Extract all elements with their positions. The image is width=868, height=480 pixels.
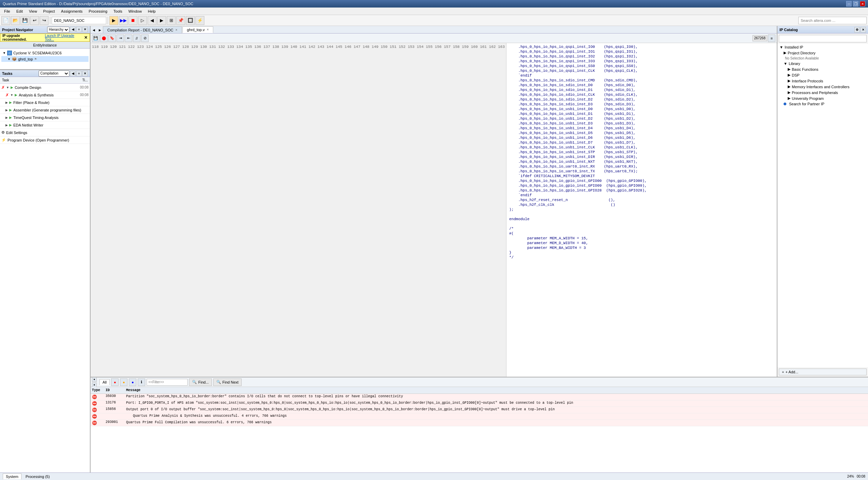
ip-section-processors[interactable]: ▶ Processors and Peripherals: [778, 90, 867, 95]
msg-row-3[interactable]: ⛔ Quartus Prime Analysis & Synthesis was…: [91, 413, 868, 420]
ip-catalog-settings[interactable]: ⚙: [854, 27, 860, 32]
ed-uncomment-btn[interactable]: ⊘: [141, 35, 149, 42]
ip-section-library[interactable]: ▼ Library: [778, 61, 867, 66]
ip-search-input[interactable]: [779, 35, 867, 42]
nav-close[interactable]: ✕: [82, 27, 88, 32]
programmer-btn[interactable]: ⚡: [195, 16, 204, 25]
menu-window[interactable]: Window: [126, 9, 145, 14]
altera-search-input[interactable]: [798, 17, 867, 24]
menu-project[interactable]: Project: [40, 9, 57, 14]
back-btn[interactable]: ◀: [148, 16, 157, 25]
nav-btn-2[interactable]: ≡: [76, 27, 82, 32]
compile-btn[interactable]: ▶▶: [119, 16, 128, 25]
ed-breakpoint-btn[interactable]: ⬤: [100, 35, 108, 42]
menu-tools[interactable]: Tools: [111, 9, 125, 14]
fwd-btn[interactable]: ▶: [157, 16, 166, 25]
redo-btn[interactable]: ↪: [40, 16, 49, 25]
tasks-close[interactable]: ✕: [82, 71, 88, 76]
open-btn[interactable]: 📂: [11, 16, 20, 25]
minimize-button[interactable]: ─: [846, 1, 852, 6]
new-btn[interactable]: 📄: [1, 16, 10, 25]
close-button[interactable]: ✕: [860, 1, 865, 6]
ip-section-installed[interactable]: ▼ Installed IP: [778, 44, 867, 50]
status-processing-tab[interactable]: Processing (5): [23, 474, 53, 479]
compilation-report-tab[interactable]: Compilation Report - DE0_NANO_SOC ×: [103, 26, 182, 33]
undo-btn[interactable]: ↩: [30, 16, 39, 25]
nav-dropdown[interactable]: Hierarchy: [47, 27, 69, 33]
save-btn[interactable]: 💾: [21, 16, 29, 25]
task-program-device[interactable]: ⚡ Program Device (Open Programmer): [0, 136, 90, 144]
msg-info-filter[interactable]: ●: [129, 378, 136, 386]
find-button[interactable]: 🔍 Find...: [189, 378, 212, 386]
msg-tab-all[interactable]: All: [99, 379, 110, 385]
menu-view[interactable]: View: [26, 9, 40, 14]
ed-save-btn[interactable]: 💾: [92, 35, 99, 42]
status-tabs: System Processing (5): [3, 474, 53, 479]
task-compile-design[interactable]: ✗ ▼ ▶ Compile Design 00:08: [0, 84, 90, 91]
msg-type-0: ⛔: [92, 394, 106, 400]
menu-help[interactable]: Help: [145, 9, 159, 14]
menu-assignments[interactable]: Assignments: [58, 9, 85, 14]
nav-btn-1[interactable]: ◀: [70, 27, 76, 32]
task-edit-settings[interactable]: ⚙ Edit Settings: [0, 129, 90, 136]
netlist-btn[interactable]: ⊞: [167, 16, 176, 25]
message-filter-input[interactable]: [147, 379, 188, 386]
msg-row-2[interactable]: ⛔ 15856 Output port 0 of I/O output buff…: [91, 407, 868, 413]
find-next-button[interactable]: 🔍 Find Next: [213, 378, 242, 386]
ip-section-memory[interactable]: ▶ Memory Interfaces and Controllers: [778, 84, 867, 90]
ip-search-partner[interactable]: Search for Partner IP: [778, 101, 867, 107]
task-timequest[interactable]: ▶ ▶ TimeQuest Timing Analysis: [0, 114, 90, 121]
tasks-type-dropdown[interactable]: Compilation: [39, 70, 69, 77]
task-run-icon-2: ▶: [15, 93, 17, 97]
pin-btn[interactable]: 📌: [176, 16, 185, 25]
ed-bookmark-btn[interactable]: 🔖: [108, 35, 116, 42]
ed-unindent-btn[interactable]: ⇤: [125, 35, 132, 42]
task-run-icon-5: ▶: [9, 116, 12, 119]
ip-section-basic[interactable]: ▶ Basic Functions: [778, 66, 867, 72]
ip-section-university[interactable]: ▶ University Program: [778, 95, 867, 101]
chip-btn[interactable]: 🔲: [186, 16, 195, 25]
ip-catalog-close[interactable]: ✕: [860, 27, 866, 32]
msg-row-4[interactable]: ⛔ 293001 Quartus Prime Full Compilation …: [91, 420, 868, 426]
tab-back-btn[interactable]: ◀: [91, 27, 97, 33]
menu-edit[interactable]: Edit: [14, 9, 26, 14]
restore-button[interactable]: ❐: [853, 1, 858, 6]
code-editor[interactable]: 118 119 120 121 122 123 124 125 126 127 …: [91, 43, 777, 377]
ip-banner-close[interactable]: ✕: [84, 35, 87, 40]
msg-filter-btn-2[interactable]: ●: [92, 383, 97, 387]
task-fitter[interactable]: ▶ ▶ Fitter (Place & Route): [0, 99, 90, 106]
task-run-icon-6: ▶: [9, 123, 12, 127]
msg-row-1[interactable]: ⛔ 13176 Port: I_GPIO0_PORTA_I of HPS ato…: [91, 400, 868, 407]
ghrd-tab-close[interactable]: ×: [207, 28, 209, 31]
code-content[interactable]: .hps_0_hps_io_hps_io_qspi_inst_IO0 (hps_…: [506, 43, 777, 377]
tab-fwd-btn[interactable]: ▶: [97, 27, 103, 33]
msg-row-0[interactable]: ⛔ 35030 Partition "soc_system_hps_0_hps_…: [91, 394, 868, 400]
msg-warn-filter[interactable]: ●: [120, 378, 127, 386]
ip-section-interface[interactable]: ▶ Interface Protocols: [778, 78, 867, 84]
top-entity-item[interactable]: ▼ 📦 ghrd_top ⚑: [1, 56, 89, 62]
task-eda-netlist[interactable]: ▶ ▶ EDA Netlist Writer: [0, 121, 90, 129]
compilation-tab-close[interactable]: ×: [175, 28, 177, 32]
menu-processing[interactable]: Processing: [86, 9, 110, 14]
device-item[interactable]: ▼ C Cyclone V: 5CSEMA4U23C6: [1, 50, 89, 56]
ip-section-dsp[interactable]: ▶ DSP: [778, 72, 867, 78]
tasks-btn-2[interactable]: ≡: [76, 71, 82, 76]
run-btn[interactable]: ▷: [138, 16, 147, 25]
status-system-tab[interactable]: System: [3, 474, 22, 479]
ip-section-project-dir[interactable]: ▶ Project Directory: [778, 50, 867, 56]
ip-launch-button[interactable]: Launch IP Upgrade Tool...: [45, 34, 83, 41]
task-analysis-synthesis[interactable]: ✗ ▼ ▶ Analysis & Synthesis 00:08: [0, 91, 90, 99]
tasks-btn-1[interactable]: ◀: [70, 71, 76, 76]
task-assembler[interactable]: ▶ ▶ Assembler (Generate programming file…: [0, 106, 90, 114]
ed-comment-btn[interactable]: //: [133, 35, 140, 42]
ghrd-tab[interactable]: ghrd_top.v ×: [182, 26, 213, 33]
start-btn[interactable]: ▶: [109, 16, 118, 25]
msg-filter-btn-1[interactable]: ●: [92, 377, 97, 382]
add-ip-button[interactable]: + + Add...: [779, 369, 867, 375]
ed-indent-btn[interactable]: ⇥: [117, 35, 124, 42]
stop-btn[interactable]: ⏹: [128, 16, 137, 25]
menu-file[interactable]: File: [1, 9, 13, 14]
msg-note-filter[interactable]: ℹ: [138, 378, 145, 386]
msg-error-filter[interactable]: ●: [111, 378, 119, 386]
ed-menu-btn[interactable]: ≡: [768, 35, 775, 42]
